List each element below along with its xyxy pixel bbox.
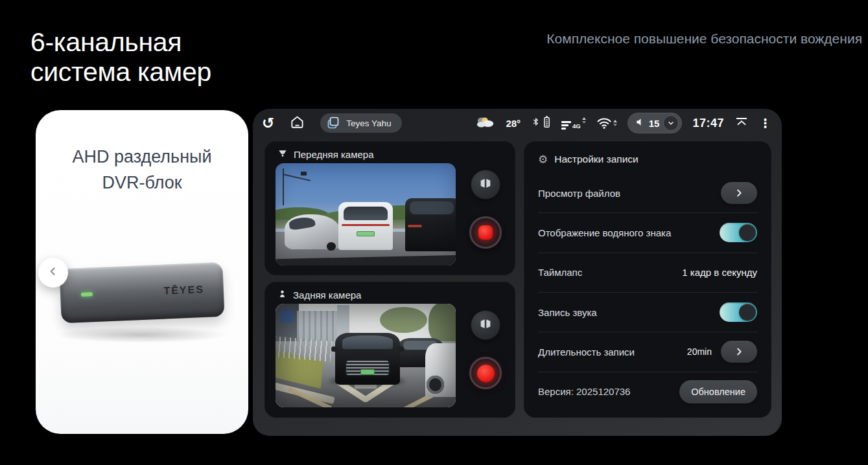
record-duration-button[interactable] xyxy=(721,341,757,363)
network-type-label: 4G xyxy=(572,122,581,130)
dvr-device-body: TĒYES xyxy=(59,262,224,323)
chevron-right-icon xyxy=(733,187,745,199)
gear-icon: ⚙ xyxy=(538,154,548,165)
rear-camera-title: Задняя камера xyxy=(293,289,361,301)
start-record-icon xyxy=(477,365,495,382)
update-button[interactable]: Обновление xyxy=(679,380,757,403)
page: 6-канальная система камер Комплексное по… xyxy=(0,0,868,465)
dvr-device-image: TĒYES xyxy=(55,254,229,345)
wifi-icon xyxy=(596,117,617,130)
front-camera-icon xyxy=(277,148,288,161)
temperature-label: 28° xyxy=(506,118,521,129)
weather-icon xyxy=(476,115,495,131)
stop-record-icon xyxy=(478,225,493,240)
front-camera-record-button[interactable] xyxy=(469,216,502,249)
dvr-device-shadow xyxy=(53,326,231,343)
chevron-down-icon xyxy=(667,119,675,127)
record-duration-value: 20min xyxy=(687,346,712,357)
settings-header: ⚙ Настройки записи xyxy=(538,145,757,174)
front-camera-flip-button[interactable] xyxy=(471,170,500,199)
clock-label: 17:47 xyxy=(692,117,724,130)
dvr-caption: AHD раздельный DVR-блок xyxy=(36,144,248,196)
rear-camera-flip-button[interactable] xyxy=(471,310,500,340)
version-label: Версия: 2025120736 xyxy=(538,386,630,397)
front-camera-header: Передняя камера xyxy=(277,148,374,161)
flip-view-icon xyxy=(478,176,493,193)
bluetooth-icon xyxy=(531,115,541,131)
current-app-name: Teyes Yahu xyxy=(346,119,391,128)
front-camera-panel: Передняя камера xyxy=(264,141,515,275)
timelapse-value: 1 кадр в секунду xyxy=(682,267,757,278)
rear-camera-record-button[interactable] xyxy=(469,357,502,389)
chevron-left-icon xyxy=(47,265,60,280)
dvr-caption-line1: AHD раздельный xyxy=(36,144,248,170)
dvr-caption-line2: DVR-блок xyxy=(36,170,248,196)
record-duration-label: Длительность записи xyxy=(538,346,635,357)
rear-camera-header: Задняя камера xyxy=(277,289,361,301)
recent-apps-icon xyxy=(325,115,341,132)
rear-camera-panel: Задняя камера xyxy=(264,282,515,418)
toggle-knob xyxy=(739,224,756,241)
home-icon[interactable] xyxy=(290,115,305,132)
audio-record-label: Запись звука xyxy=(538,307,597,318)
page-title-line1: 6-канальная xyxy=(30,27,211,57)
timelapse-label: Таймлапс xyxy=(538,267,582,278)
page-subtitle: Комплексное повышение безопасности вожде… xyxy=(546,31,862,47)
status-bar: ↺ Teyes Yahu 28° xyxy=(253,109,782,137)
watermark-toggle[interactable] xyxy=(720,223,757,242)
kebab-menu-icon[interactable]: ⋮ xyxy=(759,117,771,130)
watermark-label: Отображение водяного знака xyxy=(538,227,671,238)
current-app-pill[interactable]: Teyes Yahu xyxy=(320,113,401,133)
record-settings-panel: ⚙ Настройки записи Просмотр файлов Отобр… xyxy=(524,141,771,418)
settings-title: Настройки записи xyxy=(554,153,639,165)
dvr-brand-logo: TĒYES xyxy=(163,284,204,297)
view-files-button[interactable] xyxy=(721,182,757,204)
volume-level: 15 xyxy=(649,118,660,129)
toggle-knob xyxy=(739,304,756,321)
dvr-status-led xyxy=(81,292,93,297)
flip-view-icon xyxy=(478,317,493,334)
cellular-4g-icon: 4G xyxy=(561,117,586,130)
rear-camera-view xyxy=(276,304,456,407)
page-title-line2: система камер xyxy=(30,57,211,87)
row-audio-record: Запись звука xyxy=(538,292,757,332)
row-version: Версия: 2025120736 Обновление xyxy=(538,372,757,411)
row-timelapse: Таймлапс 1 кадр в секунду xyxy=(538,253,757,292)
row-view-files: Просмотр файлов xyxy=(538,174,757,212)
front-camera-view xyxy=(276,163,456,266)
front-camera-title: Передняя камера xyxy=(294,149,374,160)
head-unit-screen: ↺ Teyes Yahu 28° xyxy=(253,109,782,436)
chevron-right-icon xyxy=(733,346,745,357)
view-files-label: Просмотр файлов xyxy=(538,188,620,199)
battery-icon xyxy=(543,115,551,131)
rear-camera-icon xyxy=(277,289,287,301)
row-watermark: Отображение водяного знака xyxy=(538,212,757,252)
row-record-duration: Длительность записи 20min xyxy=(538,332,757,371)
volume-expand-button[interactable] xyxy=(663,115,679,131)
bluetooth-battery-group xyxy=(531,115,551,131)
speaker-icon xyxy=(635,117,645,130)
volume-pill[interactable]: 15 xyxy=(628,113,683,133)
carousel-prev-button[interactable] xyxy=(38,258,68,288)
audio-record-toggle[interactable] xyxy=(720,302,757,322)
page-title: 6-канальная система камер xyxy=(30,27,211,87)
back-icon[interactable]: ↺ xyxy=(262,116,274,131)
hide-panel-icon[interactable] xyxy=(734,115,749,131)
